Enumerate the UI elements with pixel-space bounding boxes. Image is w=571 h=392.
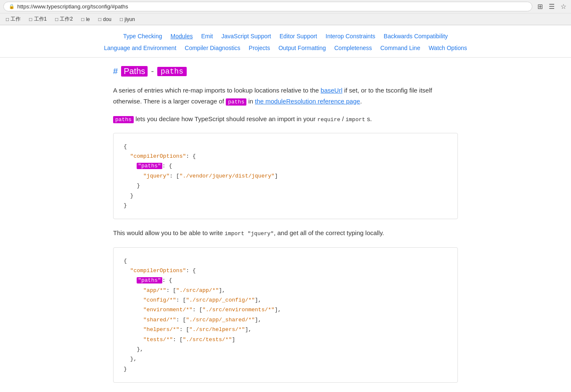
nav-link-compiler-diagnostics[interactable]: Compiler Diagnostics	[181, 44, 243, 52]
code1-line6: }	[124, 191, 447, 201]
bookmark-item[interactable]: □jiyun	[117, 16, 137, 23]
hash-symbol: #	[113, 66, 118, 76]
folder-icon: □	[81, 16, 84, 22]
nav-link-modules[interactable]: Modules	[167, 32, 196, 40]
code2-line1: {	[124, 256, 447, 266]
code2-line5: "config/*": ["./src/app/_config/*"],	[124, 295, 447, 305]
para2-before: This would allow you to be able to write	[113, 229, 225, 236]
import-jquery-mono: import "jquery"	[225, 230, 274, 237]
address-bar-row: 🔒 https://www.typescriptlang.org/tsconfi…	[0, 0, 571, 13]
url-text: https://www.typescriptlang.org/tsconfig/…	[17, 3, 128, 10]
folder-icon: □	[29, 16, 32, 22]
nav-row-2: Language and EnvironmentCompiler Diagnos…	[0, 42, 571, 54]
code1-line4: "jquery": ["./vendor/jquery/dist/jquery"…	[124, 171, 447, 181]
nav-link-projects[interactable]: Projects	[246, 44, 274, 52]
paths-inline-code-1: paths	[226, 98, 246, 106]
para2-after: , and get all of the correct typing loca…	[274, 229, 384, 236]
code2-line3: "paths": {	[124, 275, 447, 285]
desc1-before: A series of entries which re-map imports…	[113, 87, 321, 94]
folder-icon: □	[98, 16, 101, 22]
heading-dash: -	[151, 66, 154, 76]
nav-link-backwards-compatibility[interactable]: Backwards Compatibility	[381, 32, 452, 40]
paragraph-2: This would allow you to be able to write…	[113, 228, 458, 238]
import-mono: import	[346, 117, 365, 123]
star-icon[interactable]: ☆	[559, 3, 568, 11]
bookmark-item[interactable]: □dou	[96, 16, 114, 23]
description-1: A series of entries which re-map imports…	[113, 85, 458, 107]
extensions-icon[interactable]: ⊞	[536, 3, 544, 11]
heading-title: Paths	[121, 66, 148, 77]
browser-icons: ⊞ ☰ ☆	[536, 3, 568, 11]
folder-icon: □	[120, 16, 123, 22]
code2-line11: },	[124, 354, 447, 364]
nav-link-language-and-environment[interactable]: Language and Environment	[100, 44, 180, 52]
bookmarks-bar: □工作□工作1□工作2□le□dou□jiyun	[0, 13, 571, 25]
section-heading: # Paths - paths	[113, 66, 458, 77]
folder-icon: □	[6, 16, 9, 22]
bookmark-item[interactable]: □工作1	[26, 15, 49, 24]
article: # Paths - paths A series of entries whic…	[96, 58, 475, 392]
code1-line3: "paths": {	[124, 161, 447, 171]
code1-line2: "compilerOptions": {	[124, 151, 447, 161]
nav-link-command-line[interactable]: Command Line	[377, 44, 423, 52]
description-2: paths lets you declare how TypeScript sh…	[113, 114, 458, 124]
desc2-text: lets you declare how TypeScript should r…	[134, 115, 317, 122]
code2-line12: }	[124, 364, 447, 374]
code1-line5: }	[124, 181, 447, 191]
nav-link-editor-support[interactable]: Editor Support	[276, 32, 321, 40]
code2-line9: "tests/*": ["./src/tests/*"]	[124, 335, 447, 344]
code1-line1: {	[124, 142, 447, 151]
desc1-middle: in	[246, 98, 255, 105]
code1-line7: }	[124, 201, 447, 210]
baseurl-link[interactable]: baseUrl	[321, 87, 343, 94]
nav-link-interop-constraints[interactable]: Interop Constraints	[322, 32, 378, 40]
nav-link-output-formatting[interactable]: Output Formatting	[275, 44, 329, 52]
desc2-end: s.	[365, 115, 372, 122]
desc2-slash: /	[340, 115, 346, 122]
nav-link-watch-options[interactable]: Watch Options	[425, 44, 470, 52]
nav-row-1: Type CheckingModulesEmitJavaScript Suppo…	[0, 30, 571, 42]
bookmark-item[interactable]: □工作2	[53, 15, 75, 24]
code2-line8: "helpers/*": ["./src/helpers/*"],	[124, 325, 447, 334]
module-resolution-link[interactable]: the moduleResolution reference page	[255, 98, 360, 105]
nav-container: Type CheckingModulesEmitJavaScript Suppo…	[0, 25, 571, 58]
page-content: Type CheckingModulesEmitJavaScript Suppo…	[0, 25, 571, 392]
code2-line7: "shared/*": ["./src/app/_shared/*"],	[124, 315, 447, 325]
code-block-1: { "compilerOptions": { "paths": { "jquer…	[113, 133, 458, 220]
nav-link-type-checking[interactable]: Type Checking	[120, 32, 166, 40]
folder-icon: □	[55, 16, 58, 22]
address-bar[interactable]: 🔒 https://www.typescriptlang.org/tsconfi…	[3, 2, 532, 11]
require-mono: require	[317, 117, 341, 123]
nav-link-javascript-support[interactable]: JavaScript Support	[218, 32, 274, 40]
heading-code: paths	[157, 67, 187, 76]
nav-link-completeness[interactable]: Completeness	[331, 44, 375, 52]
nav-link-emit[interactable]: Emit	[198, 32, 216, 40]
browser-chrome: 🔒 https://www.typescriptlang.org/tsconfi…	[0, 0, 571, 25]
code-block-2: { "compilerOptions": { "paths": { "app/*…	[113, 247, 458, 383]
bookmark-icon[interactable]: ☰	[547, 3, 556, 11]
desc1-end: .	[360, 98, 362, 105]
code2-line6: "environment/*": ["./src/environments/*"…	[124, 305, 447, 315]
paths-inline-code-2: paths	[113, 116, 134, 123]
code2-line10: },	[124, 344, 447, 354]
bookmark-item[interactable]: □le	[79, 16, 93, 23]
bookmark-item[interactable]: □工作	[3, 15, 23, 24]
lock-icon: 🔒	[9, 4, 15, 9]
code2-line2: "compilerOptions": {	[124, 266, 447, 275]
code2-line4: "app/*": ["./src/app/*"],	[124, 286, 447, 295]
